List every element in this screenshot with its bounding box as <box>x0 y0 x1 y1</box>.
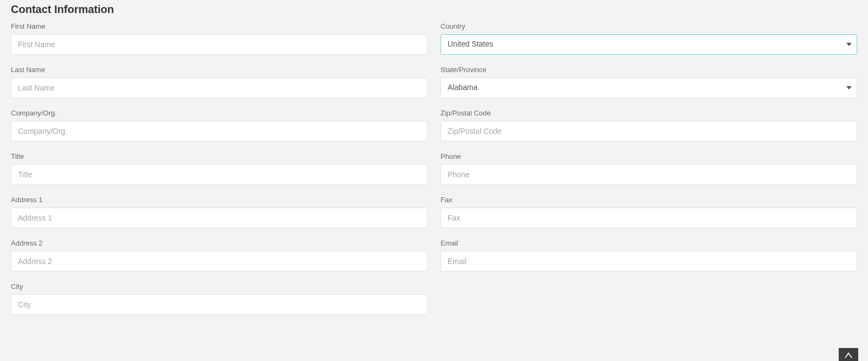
state-label: State/Province <box>441 66 857 74</box>
state-select[interactable]: Alabama <box>441 78 857 98</box>
address1-input[interactable] <box>11 208 427 228</box>
first-name-input[interactable] <box>11 34 427 55</box>
country-select[interactable]: United States <box>441 34 857 55</box>
city-label: City <box>11 282 427 291</box>
section-title: Contact Information <box>11 3 857 16</box>
first-name-label: First Name <box>11 22 427 30</box>
address2-input[interactable] <box>11 251 427 272</box>
zip-input[interactable] <box>441 121 857 141</box>
title-label: Title <box>11 152 427 160</box>
company-label: Company/Org. <box>11 109 427 117</box>
last-name-label: Last Name <box>11 66 427 74</box>
country-label: Country <box>441 22 857 30</box>
last-name-input[interactable] <box>11 78 427 98</box>
fax-input[interactable] <box>441 208 857 228</box>
fax-label: Fax <box>441 196 857 204</box>
zip-label: Zip/Postal Code <box>441 109 857 117</box>
email-label: Email <box>441 239 857 247</box>
email-input[interactable] <box>441 251 857 272</box>
title-input[interactable] <box>11 164 427 185</box>
address1-label: Address 1 <box>11 196 427 204</box>
company-input[interactable] <box>11 121 427 141</box>
city-input[interactable] <box>11 294 427 315</box>
address2-label: Address 2 <box>11 239 427 247</box>
left-column: First Name Last Name Company/Org. Title … <box>11 22 427 326</box>
phone-label: Phone <box>441 152 857 160</box>
phone-input[interactable] <box>441 164 857 185</box>
right-column: Country United States State/Province Ala… <box>441 22 857 326</box>
